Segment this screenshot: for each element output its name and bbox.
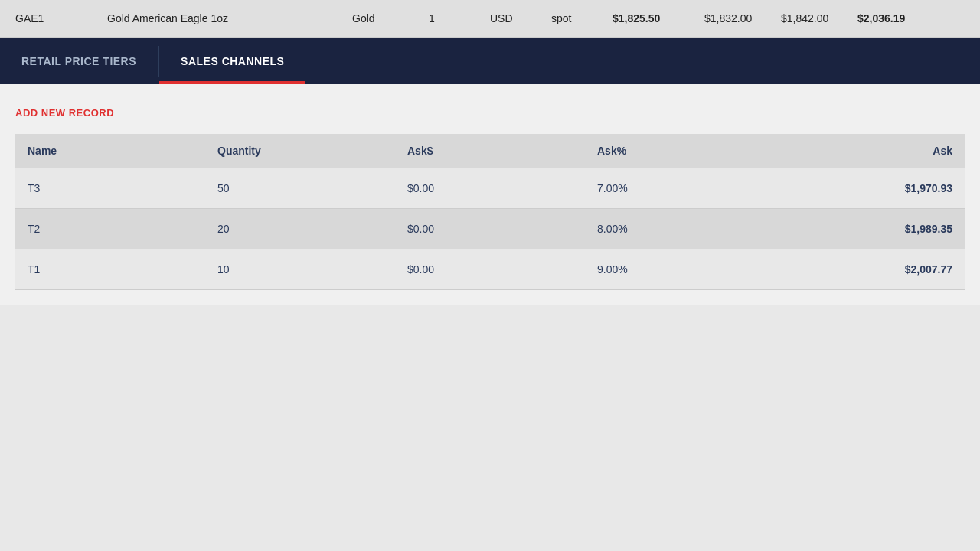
table-row[interactable]: T3 50 $0.00 7.00% $1,970.93 <box>15 168 965 209</box>
product-price4: $2,036.19 <box>858 12 949 24</box>
product-basis: spot <box>551 12 612 24</box>
cell-quantity: 10 <box>205 249 395 290</box>
product-price2: $1,832.00 <box>704 12 781 24</box>
cell-ask-percent: 8.00% <box>585 209 775 249</box>
cell-ask-percent: 9.00% <box>585 249 775 290</box>
cell-quantity: 50 <box>205 168 395 209</box>
price-tiers-table: Name Quantity Ask$ Ask% Ask T3 50 $0.00 … <box>15 134 965 290</box>
product-quantity: 1 <box>429 12 490 24</box>
table-row[interactable]: T1 10 $0.00 9.00% $2,007.77 <box>15 249 965 290</box>
tab-sales-channels[interactable]: SALES CHANNELS <box>159 38 305 84</box>
col-header-ask-percent: Ask% <box>585 134 775 168</box>
col-header-quantity: Quantity <box>205 134 395 168</box>
cell-ask-dollar: $0.00 <box>395 209 585 249</box>
cell-ask-dollar: $0.00 <box>395 168 585 209</box>
tab-retail-price-tiers[interactable]: RETAIL PRICE TIERS <box>0 38 158 84</box>
main-content: ADD NEW RECORD Name Quantity Ask$ Ask% A… <box>0 84 980 305</box>
col-header-ask-dollar: Ask$ <box>395 134 585 168</box>
product-sku: GAE1 <box>15 12 107 24</box>
cell-ask-dollar: $0.00 <box>395 249 585 290</box>
cell-quantity: 20 <box>205 209 395 249</box>
product-name: Gold American Eagle 1oz <box>107 12 352 24</box>
col-header-name: Name <box>15 134 205 168</box>
col-header-ask: Ask <box>775 134 965 168</box>
cell-name: T3 <box>15 168 205 209</box>
product-type: Gold <box>352 12 429 24</box>
cell-name: T1 <box>15 249 205 290</box>
tab-bar: RETAIL PRICE TIERS SALES CHANNELS <box>0 38 980 84</box>
cell-name: T2 <box>15 209 205 249</box>
cell-ask-percent: 7.00% <box>585 168 775 209</box>
cell-ask: $2,007.77 <box>775 249 965 290</box>
cell-ask: $1,970.93 <box>775 168 965 209</box>
table-header-row: Name Quantity Ask$ Ask% Ask <box>15 134 965 168</box>
cell-ask: $1,989.35 <box>775 209 965 249</box>
product-price1: $1,825.50 <box>612 12 704 24</box>
add-record-button[interactable]: ADD NEW RECORD <box>15 99 114 126</box>
product-row: GAE1 Gold American Eagle 1oz Gold 1 USD … <box>0 0 980 38</box>
product-price3: $1,842.00 <box>781 12 858 24</box>
product-currency: USD <box>490 12 551 24</box>
table-row[interactable]: T2 20 $0.00 8.00% $1,989.35 <box>15 209 965 249</box>
